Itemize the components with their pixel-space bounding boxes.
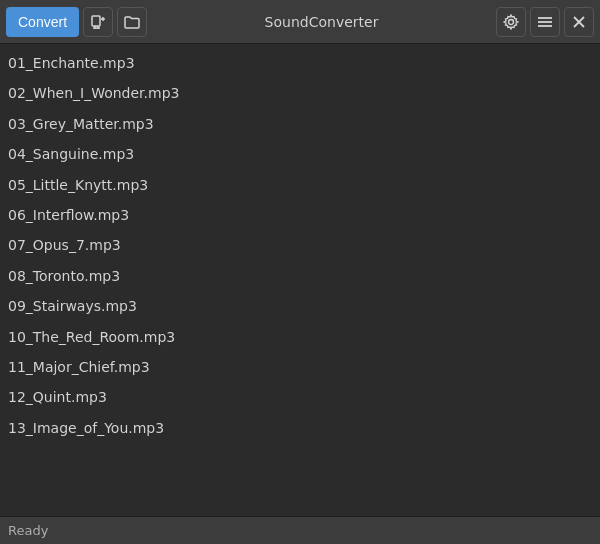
svg-rect-0: [92, 16, 100, 26]
status-text: Ready: [8, 523, 48, 538]
add-folder-button[interactable]: [117, 7, 147, 37]
list-item[interactable]: 04_Sanguine.mp3: [0, 139, 600, 169]
list-item[interactable]: 09_Stairways.mp3: [0, 291, 600, 321]
add-sound-icon: [90, 14, 106, 30]
list-item[interactable]: 11_Major_Chief.mp3: [0, 352, 600, 382]
list-item[interactable]: 01_Enchante.mp3: [0, 48, 600, 78]
titlebar: Convert SoundConverter: [0, 0, 600, 44]
app-title: SoundConverter: [147, 14, 496, 30]
titlebar-left: Convert: [6, 7, 147, 37]
folder-icon: [124, 15, 140, 29]
hamburger-icon: [537, 16, 553, 28]
list-item[interactable]: 07_Opus_7.mp3: [0, 230, 600, 260]
close-button[interactable]: [564, 7, 594, 37]
list-item[interactable]: 12_Quint.mp3: [0, 382, 600, 412]
list-item[interactable]: 10_The_Red_Room.mp3: [0, 322, 600, 352]
close-icon: [573, 16, 585, 28]
gear-icon: [503, 14, 519, 30]
list-item[interactable]: 06_Interflow.mp3: [0, 200, 600, 230]
menu-button[interactable]: [530, 7, 560, 37]
add-sound-button[interactable]: [83, 7, 113, 37]
list-item[interactable]: 08_Toronto.mp3: [0, 261, 600, 291]
list-item[interactable]: 05_Little_Knytt.mp3: [0, 170, 600, 200]
file-list: 01_Enchante.mp302_When_I_Wonder.mp303_Gr…: [0, 44, 600, 516]
convert-button[interactable]: Convert: [6, 7, 79, 37]
list-item[interactable]: 02_When_I_Wonder.mp3: [0, 78, 600, 108]
titlebar-right: [496, 7, 594, 37]
settings-button[interactable]: [496, 7, 526, 37]
statusbar: Ready: [0, 516, 600, 544]
list-item[interactable]: 03_Grey_Matter.mp3: [0, 109, 600, 139]
list-item[interactable]: 13_Image_of_You.mp3: [0, 413, 600, 443]
